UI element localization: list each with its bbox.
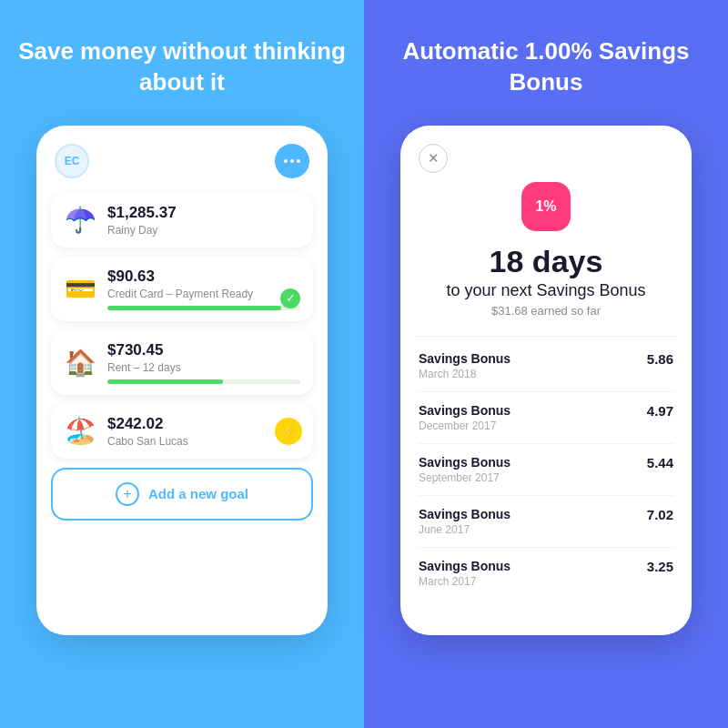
goal-card-rent[interactable]: 🏠 $730.45 Rent – 12 days <box>51 330 313 395</box>
bonus-date: June 2017 <box>419 523 511 536</box>
bonus-date: December 2017 <box>419 420 511 432</box>
add-goal-label: Add a new goal <box>148 486 248 501</box>
bonus-date: March 2018 <box>419 368 511 380</box>
goal-emoji: 🏠 <box>64 348 96 378</box>
goal-label: Rent – 12 days <box>107 361 300 374</box>
goal-emoji: ☂️ <box>64 205 96 235</box>
bonus-row: Savings Bonus December 2017 4.97 <box>419 392 673 444</box>
bonus-date: March 2017 <box>419 575 511 588</box>
check-icon: ✓ <box>280 288 300 308</box>
phone-header: EC <box>51 144 313 178</box>
bonus-left: Savings Bonus June 2017 <box>419 507 511 536</box>
close-button[interactable]: ✕ <box>419 144 448 173</box>
left-phone-mockup: EC ☂️ $1,285.37 Rainy Day 💳 $90.63 Credi… <box>36 126 328 635</box>
bonus-row: Savings Bonus June 2017 7.02 <box>419 496 673 548</box>
bonus-name: Savings Bonus <box>419 507 511 521</box>
days-count: 18 days <box>419 244 673 279</box>
progress-bar <box>107 379 300 384</box>
bonus-name: Savings Bonus <box>419 351 511 366</box>
goal-info: $90.63 Credit Card – Payment Ready <box>107 268 300 310</box>
plus-icon: + <box>116 482 139 506</box>
bonus-amount: 5.86 <box>647 351 673 367</box>
goal-card-rainy-day[interactable]: ☂️ $1,285.37 Rainy Day <box>51 193 313 248</box>
bonus-name: Savings Bonus <box>419 559 511 573</box>
goal-emoji: 🏖️ <box>64 416 96 446</box>
goal-info: $1,285.37 Rainy Day <box>107 204 300 237</box>
bonus-row: Savings Bonus September 2017 5.44 <box>419 444 673 496</box>
bonus-left: Savings Bonus March 2017 <box>419 559 511 588</box>
right-title: Automatic 1.00% Savings Bonus <box>382 36 710 98</box>
progress-bar <box>107 306 300 310</box>
progress-fill <box>107 306 281 310</box>
add-goal-button[interactable]: + Add a new goal <box>51 468 313 521</box>
menu-dots-button[interactable] <box>275 144 309 178</box>
bonus-date: September 2017 <box>419 471 511 484</box>
lightning-icon: ⚡ <box>275 418 302 445</box>
goal-card-cabo[interactable]: 🏖️ $242.02 Cabo San Lucas ⚡ <box>51 404 313 459</box>
right-panel: Automatic 1.00% Savings Bonus ✕ 1% 18 da… <box>364 0 728 728</box>
bonus-amount: 7.02 <box>647 507 673 522</box>
avatar: EC <box>55 144 89 178</box>
goal-emoji: 💳 <box>64 274 96 304</box>
divider <box>415 336 677 337</box>
goal-card-credit-card[interactable]: 💳 $90.63 Credit Card – Payment Ready ✓ <box>51 257 313 321</box>
bonus-amount: 3.25 <box>647 559 673 574</box>
dot-1 <box>284 159 288 163</box>
goal-info: $730.45 Rent – 12 days <box>107 341 300 384</box>
goal-amount: $1,285.37 <box>107 204 300 222</box>
earned-label: $31.68 earned so far <box>419 304 673 318</box>
bonus-list: Savings Bonus March 2018 5.86 Savings Bo… <box>419 340 673 599</box>
goal-label: Rainy Day <box>107 224 300 237</box>
left-panel: Save money without thinking about it EC … <box>0 0 364 728</box>
left-title: Save money without thinking about it <box>18 36 346 98</box>
goal-label: Cabo San Lucas <box>107 435 300 448</box>
bonus-name: Savings Bonus <box>419 403 511 418</box>
bonus-name: Savings Bonus <box>419 455 511 470</box>
dot-2 <box>290 159 294 163</box>
goal-amount: $90.63 <box>107 268 300 286</box>
bonus-amount: 5.44 <box>647 455 673 470</box>
bonus-row: Savings Bonus March 2017 3.25 <box>419 548 673 599</box>
right-phone-mockup: ✕ 1% 18 days to your next Savings Bonus … <box>400 126 692 635</box>
goal-amount: $730.45 <box>107 341 300 359</box>
goal-label: Credit Card – Payment Ready <box>107 288 300 300</box>
progress-fill <box>107 379 223 384</box>
goal-amount: $242.02 <box>107 415 300 433</box>
dot-3 <box>297 159 300 163</box>
goal-info: $242.02 Cabo San Lucas <box>107 415 300 448</box>
bonus-left: Savings Bonus December 2017 <box>419 403 511 432</box>
days-label: to your next Savings Bonus <box>419 281 673 300</box>
bonus-amount: 4.97 <box>647 403 673 419</box>
bonus-left: Savings Bonus September 2017 <box>419 455 511 484</box>
bonus-left: Savings Bonus March 2018 <box>419 351 511 380</box>
bonus-row: Savings Bonus March 2018 5.86 <box>419 340 673 392</box>
percent-badge: 1% <box>521 182 571 231</box>
